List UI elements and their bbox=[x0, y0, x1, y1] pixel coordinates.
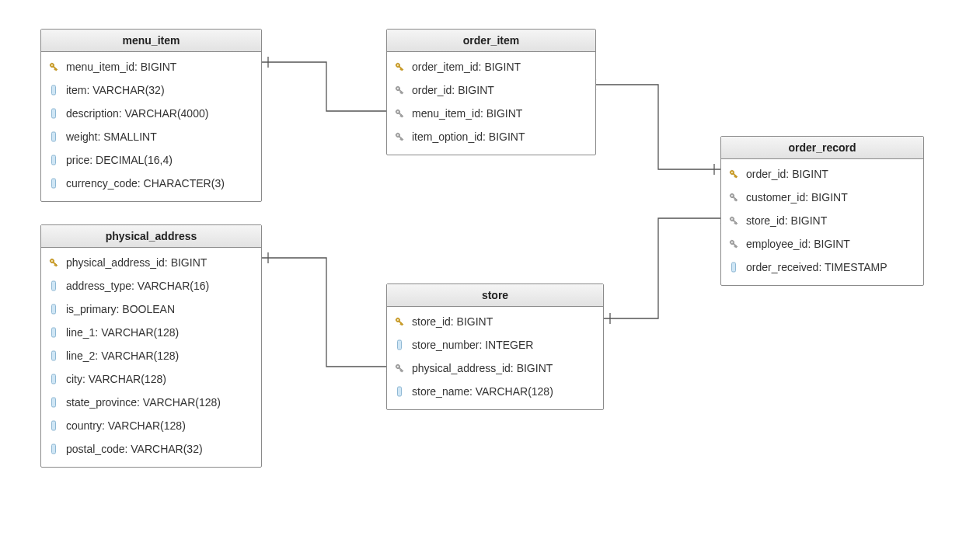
column-text: store_id: BIGINT bbox=[746, 213, 915, 228]
column-text: menu_item_id: BIGINT bbox=[66, 59, 253, 75]
column-text: order_received: TIMESTAMP bbox=[746, 259, 915, 275]
entity-physical_address[interactable]: physical_address physical_address_id: BI… bbox=[40, 224, 262, 468]
column-text: item: VARCHAR(32) bbox=[66, 82, 253, 98]
connector-order_item_to_order_record bbox=[578, 79, 720, 175]
entity-columns: order_id: BIGINT customer_id: BIGINT sto… bbox=[721, 159, 923, 285]
column-icon bbox=[47, 107, 60, 120]
column-row[interactable]: order_received: TIMESTAMP bbox=[721, 256, 923, 279]
entity-columns: store_id: BIGINT store_number: INTEGER p… bbox=[387, 307, 603, 409]
column-text: is_primary: BOOLEAN bbox=[66, 301, 253, 317]
column-text: weight: SMALLINT bbox=[66, 129, 253, 144]
column-row[interactable]: currency_code: CHARACTER(3) bbox=[41, 172, 261, 195]
column-row[interactable]: description: VARCHAR(4000) bbox=[41, 102, 261, 125]
column-text: order_id: BIGINT bbox=[412, 82, 588, 98]
foreign-key-icon bbox=[393, 130, 406, 143]
column-row[interactable]: city: VARCHAR(128) bbox=[41, 367, 261, 391]
column-row[interactable]: menu_item_id: BIGINT bbox=[41, 55, 261, 78]
svg-rect-76 bbox=[52, 281, 56, 290]
svg-rect-80 bbox=[52, 374, 56, 384]
column-row[interactable]: physical_address_id: BIGINT bbox=[387, 357, 603, 380]
column-icon bbox=[727, 261, 740, 273]
column-text: state_province: VARCHAR(128) bbox=[66, 395, 253, 410]
column-row[interactable]: country: VARCHAR(128) bbox=[41, 414, 261, 437]
primary-key-icon bbox=[47, 256, 60, 269]
foreign-key-icon bbox=[393, 362, 406, 374]
foreign-key-icon bbox=[727, 214, 740, 227]
svg-rect-89 bbox=[398, 340, 402, 350]
primary-key-icon bbox=[727, 168, 740, 180]
column-row[interactable]: is_primary: BOOLEAN bbox=[41, 297, 261, 321]
column-row[interactable]: physical_address_id: BIGINT bbox=[41, 251, 261, 274]
column-text: currency_code: CHARACTER(3) bbox=[66, 176, 253, 191]
entity-title: physical_address bbox=[41, 225, 261, 248]
column-row[interactable]: store_name: VARCHAR(128) bbox=[387, 380, 603, 403]
column-icon bbox=[47, 326, 60, 339]
column-row[interactable]: store_number: INTEGER bbox=[387, 333, 603, 357]
connector-store_to_order_record bbox=[604, 213, 738, 324]
column-text: address_type: VARCHAR(16) bbox=[66, 278, 253, 294]
foreign-key-icon bbox=[727, 238, 740, 250]
column-text: store_name: VARCHAR(128) bbox=[412, 384, 595, 399]
column-row[interactable]: store_id: BIGINT bbox=[387, 310, 603, 333]
column-text: postal_code: VARCHAR(32) bbox=[66, 441, 253, 457]
entity-store[interactable]: store store_id: BIGINT store_number: INT… bbox=[386, 283, 604, 410]
column-row[interactable]: item_option_id: BIGINT bbox=[387, 125, 595, 148]
svg-rect-78 bbox=[52, 328, 56, 337]
column-icon bbox=[47, 419, 60, 432]
entity-title: store bbox=[387, 284, 603, 307]
column-row[interactable]: state_province: VARCHAR(128) bbox=[41, 391, 261, 414]
column-row[interactable]: line_2: VARCHAR(128) bbox=[41, 344, 261, 367]
column-row[interactable]: postal_code: VARCHAR(32) bbox=[41, 437, 261, 461]
column-icon bbox=[47, 130, 60, 143]
column-row[interactable]: menu_item_id: BIGINT bbox=[387, 102, 595, 125]
column-text: store_number: INTEGER bbox=[412, 337, 595, 353]
column-row[interactable]: address_type: VARCHAR(16) bbox=[41, 274, 261, 297]
foreign-key-icon bbox=[393, 107, 406, 120]
column-text: order_item_id: BIGINT bbox=[412, 59, 588, 75]
column-row[interactable]: store_id: BIGINT bbox=[721, 209, 923, 232]
svg-rect-83 bbox=[52, 444, 56, 454]
svg-rect-26 bbox=[52, 109, 56, 118]
svg-rect-29 bbox=[52, 179, 56, 188]
column-icon bbox=[47, 84, 60, 96]
column-text: item_option_id: BIGINT bbox=[412, 129, 588, 144]
primary-key-icon bbox=[393, 61, 406, 73]
foreign-key-icon bbox=[727, 191, 740, 203]
column-text: employee_id: BIGINT bbox=[746, 236, 915, 252]
svg-rect-77 bbox=[52, 304, 56, 314]
connector-menu_item_to_order_item bbox=[262, 57, 404, 117]
svg-rect-81 bbox=[52, 398, 56, 407]
svg-rect-95 bbox=[398, 387, 402, 396]
column-row[interactable]: employee_id: BIGINT bbox=[721, 232, 923, 256]
column-row[interactable]: line_1: VARCHAR(128) bbox=[41, 321, 261, 344]
column-icon bbox=[47, 373, 60, 385]
svg-rect-25 bbox=[52, 85, 56, 95]
column-row[interactable]: customer_id: BIGINT bbox=[721, 186, 923, 209]
svg-rect-70 bbox=[732, 263, 736, 272]
entity-columns: menu_item_id: BIGINT item: VARCHAR(32) d… bbox=[41, 52, 261, 201]
column-text: country: VARCHAR(128) bbox=[66, 418, 253, 433]
column-text: physical_address_id: BIGINT bbox=[412, 360, 595, 376]
column-icon bbox=[47, 350, 60, 362]
column-icon bbox=[47, 177, 60, 190]
svg-rect-27 bbox=[52, 132, 56, 141]
connector-physical_address_to_store bbox=[262, 252, 404, 372]
column-row[interactable]: order_id: BIGINT bbox=[387, 78, 595, 102]
column-row[interactable]: weight: SMALLINT bbox=[41, 125, 261, 148]
column-row[interactable]: item: VARCHAR(32) bbox=[41, 78, 261, 102]
entity-title: menu_item bbox=[41, 30, 261, 52]
column-row[interactable]: price: DECIMAL(16,4) bbox=[41, 148, 261, 172]
column-text: menu_item_id: BIGINT bbox=[412, 106, 588, 121]
column-icon bbox=[47, 280, 60, 292]
svg-rect-28 bbox=[52, 155, 56, 165]
column-text: description: VARCHAR(4000) bbox=[66, 106, 253, 121]
column-row[interactable]: order_item_id: BIGINT bbox=[387, 55, 595, 78]
entity-order_item[interactable]: order_item order_item_id: BIGINT order_i… bbox=[386, 29, 596, 155]
svg-rect-79 bbox=[52, 351, 56, 360]
entity-menu_item[interactable]: menu_item menu_item_id: BIGINT item: VAR… bbox=[40, 29, 262, 202]
column-text: price: DECIMAL(16,4) bbox=[66, 152, 253, 168]
column-text: line_1: VARCHAR(128) bbox=[66, 325, 253, 340]
primary-key-icon bbox=[393, 315, 406, 328]
column-row[interactable]: order_id: BIGINT bbox=[721, 162, 923, 186]
entity-order_record[interactable]: order_record order_id: BIGINT customer_i… bbox=[720, 136, 924, 286]
